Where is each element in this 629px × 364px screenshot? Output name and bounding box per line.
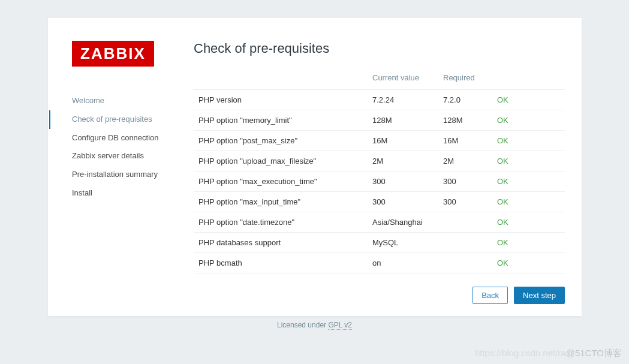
requirement-status: OK: [492, 151, 565, 172]
requirement-name: PHP mbstring: [194, 273, 368, 278]
table-row: PHP bcmathonOK: [194, 253, 565, 273]
requirement-status: OK: [492, 233, 565, 253]
requirement-required: [438, 253, 492, 273]
col-name: [194, 67, 368, 90]
requirement-name: PHP option "max_input_time": [194, 192, 368, 212]
nav-item[interactable]: Check of pre-requisites: [49, 110, 189, 129]
table-row: PHP option "max_execution_time"300300OK: [194, 172, 565, 192]
nav-item[interactable]: Configure DB connection: [49, 129, 189, 148]
requirement-name: PHP databases support: [194, 233, 368, 253]
requirement-current: 7.2.24: [368, 90, 438, 110]
back-button[interactable]: Back: [472, 287, 508, 304]
requirement-status: OK: [492, 172, 565, 192]
next-step-button[interactable]: Next step: [514, 287, 565, 304]
main-panel: Check of pre-requisites Current value Re…: [189, 18, 582, 316]
col-required: Required: [438, 67, 492, 90]
requirement-required: [438, 233, 492, 253]
requirement-required: [438, 212, 492, 233]
table-row: PHP option "upload_max_filesize"2M2MOK: [194, 151, 565, 172]
table-row: PHP databases supportMySQLOK: [194, 233, 565, 253]
table-row: PHP option "max_input_time"300300OK: [194, 192, 565, 212]
requirement-name: PHP bcmath: [194, 253, 368, 273]
table-row: PHP option "memory_limit"128M128MOK: [194, 110, 565, 131]
requirement-current: MySQL: [368, 233, 438, 253]
zabbix-logo: ZABBIX: [72, 41, 154, 67]
requirement-name: PHP option "post_max_size": [194, 131, 368, 151]
requirement-current: 2M: [368, 151, 438, 172]
requirement-current: on: [368, 273, 438, 278]
table-row: PHP option "date.timezone"Asia/ShanghaiO…: [194, 212, 565, 233]
requirements-scroll[interactable]: Current value Required PHP version7.2.24…: [194, 67, 568, 277]
table-header-row: Current value Required: [194, 67, 565, 90]
table-row: PHP mbstringonOK: [194, 273, 565, 278]
nav-item[interactable]: Install: [49, 184, 189, 203]
requirement-required: 2M: [438, 151, 492, 172]
nav-item[interactable]: Welcome: [49, 92, 189, 110]
requirement-current: 300: [368, 172, 438, 192]
requirement-name: PHP option "upload_max_filesize": [194, 151, 368, 172]
requirement-required: 300: [438, 172, 492, 192]
requirement-name: PHP option "date.timezone": [194, 212, 368, 233]
requirement-required: 7.2.0: [438, 90, 492, 110]
requirement-status: OK: [492, 131, 565, 151]
sidebar: ZABBIX WelcomeCheck of pre-requisitesCon…: [48, 18, 189, 316]
table-row: PHP option "post_max_size"16M16MOK: [194, 131, 565, 151]
requirement-required: [438, 273, 492, 278]
requirement-current: 16M: [368, 131, 438, 151]
requirement-status: OK: [492, 212, 565, 233]
requirement-status: OK: [492, 253, 565, 273]
requirement-status: OK: [492, 110, 565, 131]
requirement-name: PHP version: [194, 90, 368, 110]
nav-item[interactable]: Zabbix server details: [49, 147, 189, 166]
requirements-table: Current value Required PHP version7.2.24…: [194, 67, 565, 277]
table-row: PHP version7.2.247.2.0OK: [194, 90, 565, 110]
col-current: Current value: [368, 67, 438, 90]
footer-license-link[interactable]: GPL v2: [328, 321, 352, 330]
requirement-current: 300: [368, 192, 438, 212]
requirement-current: Asia/Shanghai: [368, 212, 438, 233]
requirement-name: PHP option "memory_limit": [194, 110, 368, 131]
requirement-required: 128M: [438, 110, 492, 131]
requirement-status: OK: [492, 90, 565, 110]
requirement-status: OK: [492, 273, 565, 278]
footer-text: Licensed under: [277, 321, 328, 329]
requirement-current: 128M: [368, 110, 438, 131]
setup-container: ZABBIX WelcomeCheck of pre-requisitesCon…: [48, 18, 582, 316]
col-status: [492, 67, 565, 90]
page-title: Check of pre-requisites: [194, 41, 568, 56]
requirement-status: OK: [492, 192, 565, 212]
requirement-current: on: [368, 253, 438, 273]
requirement-name: PHP option "max_execution_time": [194, 172, 368, 192]
nav-steps: WelcomeCheck of pre-requisitesConfigure …: [49, 92, 189, 203]
nav-item[interactable]: Pre-installation summary: [49, 166, 189, 184]
footer: Licensed under GPL v2: [0, 321, 629, 329]
watermark: https://blog.csdn.net/ra@51CTO博客: [475, 348, 622, 359]
requirement-required: 16M: [438, 131, 492, 151]
requirements-table-wrap: Current value Required PHP version7.2.24…: [194, 67, 568, 278]
button-bar: Back Next step: [194, 287, 568, 304]
requirement-required: 300: [438, 192, 492, 212]
